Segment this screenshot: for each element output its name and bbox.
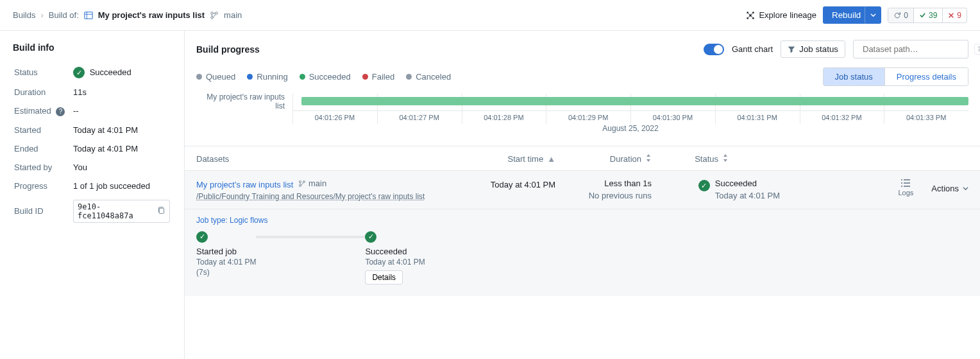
legend-canceled: Canceled (406, 72, 451, 82)
check-icon: ✓ (365, 231, 376, 243)
ok-status[interactable]: 39 (914, 8, 943, 22)
build-info-title: Build info (13, 42, 171, 53)
progress-value: 1 of 1 job succeeded (73, 177, 170, 195)
gantt-chart: My project's raw inputs list 04:01:26 PM… (185, 92, 980, 138)
buildid-box: 9e10-fce11048a87a (73, 200, 170, 223)
sort-icon (722, 154, 729, 164)
legend-succeeded: Succeeded (300, 72, 351, 82)
col-datasets[interactable]: Datasets (196, 154, 453, 164)
sort-asc-icon: ▲ (547, 154, 555, 164)
dataset-start-time: Today at 4:01 PM (453, 179, 555, 201)
error-status[interactable]: 9 (943, 8, 967, 22)
started-key: Started (14, 121, 72, 139)
dataset-search-input[interactable] (863, 44, 970, 54)
chevron-right-icon: › (40, 10, 43, 20)
breadcrumb: Builds › Build of: My project's raw inpu… (13, 10, 242, 21)
status-legend: Queued Running Succeeded Failed Canceled (196, 72, 451, 82)
topbar-actions: Explore lineage Rebuild 0 39 9 (746, 6, 967, 24)
progress-key: Progress (14, 177, 72, 195)
timeline-connector (256, 236, 365, 238)
breadcrumb-root[interactable]: Builds (13, 10, 35, 20)
duration-key: Duration (14, 83, 72, 101)
logs-button[interactable]: Logs (899, 179, 914, 197)
help-icon[interactable]: ? (56, 107, 65, 116)
svg-point-20 (303, 180, 305, 182)
buildid-key: Build ID (14, 196, 72, 227)
job-type-link[interactable]: Logic flows (230, 216, 267, 225)
build-progress-title: Build progress (196, 44, 260, 55)
logs-icon (900, 179, 911, 188)
dataset-search[interactable]: ⌘K (853, 40, 968, 58)
buildid-value: 9e10-fce11048a87a (78, 202, 153, 220)
svg-point-18 (299, 180, 301, 182)
dataset-title-link[interactable]: My project's raw inputs list (196, 180, 293, 189)
job-detail-panel: Job type: Logic flows ✓ Started job Toda… (185, 209, 980, 296)
check-icon: ✓ (73, 67, 85, 78)
breadcrumb-title: My project's raw inputs list (98, 10, 205, 20)
view-tabs: Job status Progress details (823, 67, 968, 86)
svg-rect-15 (159, 208, 164, 213)
svg-line-13 (748, 16, 750, 18)
refresh-status[interactable]: 0 (888, 8, 914, 22)
gantt-bar[interactable] (301, 97, 968, 105)
explore-lineage-button[interactable]: Explore lineage (746, 10, 816, 21)
col-start-time[interactable]: Start time ▲ (453, 154, 555, 164)
rebuild-dropdown-button[interactable] (865, 6, 881, 24)
job-status-filter-button[interactable]: Job status (781, 40, 845, 58)
rebuild-button[interactable]: Rebuild (823, 6, 870, 24)
sort-icon (645, 154, 652, 164)
timeline-started: ✓ Started job Today at 4:01 PM (7s) (196, 231, 256, 277)
actions-button[interactable]: Actions (931, 179, 968, 193)
svg-rect-0 (85, 12, 92, 19)
status-key: Status (14, 62, 72, 82)
topbar: Builds › Build of: My project's raw inpu… (0, 0, 980, 31)
svg-line-12 (751, 13, 753, 15)
legend-queued: Queued (196, 72, 235, 82)
timeline-succeeded: ✓ Succeeded Today at 4:01 PM Details (365, 231, 425, 285)
legend-running: Running (247, 72, 287, 82)
branch-icon (210, 10, 219, 21)
duration-value: 11s (73, 83, 170, 101)
check-icon: ✓ (698, 180, 710, 191)
startedby-key: Started by (14, 159, 72, 176)
copy-icon[interactable] (157, 206, 165, 216)
svg-line-11 (748, 13, 750, 15)
status-indicator-group: 0 39 9 (888, 8, 967, 23)
tab-progress-details[interactable]: Progress details (884, 68, 968, 85)
svg-point-4 (211, 17, 214, 19)
lineage-icon (746, 10, 755, 21)
gantt-toggle-label: Gantt chart (732, 44, 773, 54)
dataset-duration: Less than 1s No previous runs (555, 179, 652, 201)
search-kbd: ⌘K (974, 44, 980, 55)
startedby-value: You (73, 159, 170, 176)
dataset-icon (84, 10, 93, 21)
check-icon: ✓ (196, 231, 208, 243)
legend-failed: Failed (362, 72, 394, 82)
status-value: Succeeded (90, 67, 131, 77)
datasets-table-header: Datasets Start time ▲ Duration Status (185, 146, 980, 171)
dataset-status: ✓ Succeeded Today at 4:01 PM (652, 179, 780, 201)
estimated-value: -- (73, 102, 170, 120)
gantt-date: August 25, 2022 (292, 124, 968, 133)
dataset-path[interactable]: /Public/Foundry Training and Resources/M… (196, 192, 453, 201)
dataset-row[interactable]: My project's raw inputs list main /Publi… (185, 171, 980, 209)
main-panel: Build progress Gantt chart Job status ⌘K… (185, 31, 980, 359)
gantt-toggle[interactable] (704, 44, 724, 55)
tab-job-status[interactable]: Job status (824, 68, 884, 85)
col-duration[interactable]: Duration (555, 154, 652, 164)
gantt-row-label: My project's raw inputs list (196, 92, 292, 110)
job-timeline: ✓ Started job Today at 4:01 PM (7s) ✓ Su… (196, 231, 968, 285)
svg-point-3 (211, 12, 214, 15)
estimated-key: Estimated ? (14, 102, 72, 120)
svg-point-5 (215, 12, 218, 15)
breadcrumb-label: Build of: (49, 10, 79, 20)
chevron-down-icon (963, 186, 968, 191)
job-type: Job type: Logic flows (196, 216, 968, 225)
started-value: Today at 4:01 PM (73, 121, 170, 139)
details-button[interactable]: Details (365, 270, 403, 285)
build-info-sidebar: Build info Status ✓ Succeeded Duration 1… (0, 31, 185, 359)
col-status[interactable]: Status (652, 154, 729, 164)
svg-point-19 (299, 184, 301, 186)
dataset-branch: main (298, 179, 326, 188)
svg-line-14 (751, 16, 753, 18)
